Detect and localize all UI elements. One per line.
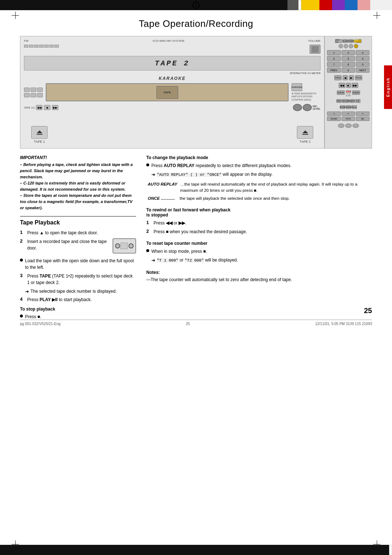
page-title: Tape Operation/Recording	[20, 18, 372, 29]
footer-left: pg 001-032/V520/21-Eng	[20, 322, 61, 326]
section-title-tape-playback: Tape Playback	[20, 219, 136, 226]
auto-replay-term: AUTO REPLAY	[148, 181, 177, 194]
once-def: ONCE ............ the tape will playback…	[148, 195, 372, 202]
reset-counter-arrow: ➜ "T 1 000" or "T2 000" will be displaye…	[151, 257, 372, 264]
reset-counter-section: To reset tape counter number When in sto…	[146, 241, 372, 264]
rewind-step-1-text: Press ◀◀ or ▶▶.	[154, 220, 372, 226]
reset-counter-text: When in stop mode, press ■.	[151, 248, 372, 255]
step-3-note-text: The selected tape deck number is display…	[30, 288, 117, 295]
step-4-num: 4	[20, 296, 25, 302]
rewind-step-1-num: 1	[146, 220, 151, 225]
reset-counter-step: When in stop mode, press ■.	[146, 248, 372, 255]
important-title: IMPORTANT!	[20, 155, 136, 160]
once-desc: the tape will playback the selected side…	[180, 195, 372, 202]
stop-playback-step: Press ■.	[20, 313, 136, 320]
reset-counter-note: "T 1 000" or "T2 000" will be displayed.	[157, 257, 238, 264]
device-brand: KARAOKE	[24, 76, 320, 81]
notes-title: Notes:	[146, 270, 372, 275]
reset-counter-title: To reset tape counter number	[146, 241, 372, 246]
important-section: IMPORTANT! – Before playing a tape, chec…	[20, 155, 136, 211]
rewind-section: To rewind or fast forward when playbacki…	[146, 207, 372, 235]
step-3-arrow-note: ➜ The selected tape deck number is displ…	[25, 288, 136, 295]
rewind-title: To rewind or fast forward when playbacki…	[146, 207, 372, 218]
step-load-tape: Load the tape with the open side down an…	[20, 258, 136, 271]
footer-right: 12/11/01, 5:05 PM 3139 115 21093	[315, 322, 372, 326]
step-1: 1 Press ▲ to open the tape deck door.	[20, 230, 136, 236]
remote-control: VCD 1/2 SLIDE TUNER TAPE 1/2 1 2 3 4 5	[324, 36, 372, 148]
step-2-text: Insert a recorded tape and close the tap…	[27, 239, 107, 251]
auto-replay-step: Press AUTO REPLAY repeatedly to select t…	[146, 162, 372, 169]
auto-replay-note: "AUTO REPLAY" ( ) or "ONCE" will appear …	[157, 171, 273, 178]
important-text: – Before playing a tape, check and tight…	[20, 162, 136, 211]
step-1-text: Press ▲ to open the tape deck door.	[27, 230, 136, 236]
load-tape-text: Load the tape with the open side down an…	[25, 258, 136, 271]
arrow-sym-2: ➜	[151, 171, 155, 178]
important-line-3: – Store the tapes at room temperature an…	[20, 193, 132, 210]
device-top-labels: FW VCD MINI HiFi SYSTEM VOLUME	[24, 39, 320, 42]
eject-button-1[interactable]	[31, 126, 48, 139]
step-1-num: 1	[20, 230, 25, 235]
important-line-2: – C-120 tape is extremely thin and is ea…	[20, 181, 126, 191]
arrow-symbol: ➜	[25, 288, 29, 295]
device-image: FW VCD MINI HiFi SYSTEM VOLUME	[20, 36, 372, 149]
auto-replay-arrow: ➜ "AUTO REPLAY" ( ) or "ONCE" will appea…	[151, 171, 372, 178]
step-3-text: Press TAPE (TAPE 1•2) repeatedly to sele…	[27, 273, 136, 286]
section-divider	[20, 216, 136, 216]
notes-section: Notes: —The tape counter will automatica…	[146, 270, 372, 283]
stop-playback-title: To stop playback	[20, 307, 136, 312]
rewind-step-1: 1 Press ◀◀ or ▶▶.	[146, 220, 372, 226]
notes-text: —The tape counter will automatically set…	[146, 276, 372, 283]
auto-replay-def: AUTO REPLAY …the tape will rewind automa…	[148, 181, 372, 194]
stop-playback-text: Press ■.	[25, 313, 136, 320]
footer-center: 25	[186, 322, 190, 326]
tape-cassette-image	[113, 238, 136, 254]
stop-bullet-dot	[20, 315, 23, 317]
device-display: TAPE 2	[24, 56, 320, 70]
auto-replay-text: Press AUTO REPLAY repeatedly to select t…	[151, 162, 372, 169]
rewind-step-2-text: Press ■ when you reached the desired pas…	[154, 228, 372, 235]
step-3-num: 3	[20, 273, 25, 278]
auto-replay-desc: …the tape will rewind automatically at t…	[180, 181, 372, 194]
once-term: ONCE ............	[148, 195, 177, 202]
reset-bullet-dot	[146, 249, 149, 252]
rewind-step-2-num: 2	[146, 228, 151, 234]
page-number: 25	[364, 307, 372, 315]
auto-replay-bullet	[146, 163, 149, 166]
change-playback-section: To change the playback mode Press AUTO R…	[146, 155, 372, 202]
rewind-step-2: 2 Press ■ when you reached the desired p…	[146, 228, 372, 235]
step-2-num: 2	[20, 238, 25, 244]
main-unit: FW VCD MINI HiFi SYSTEM VOLUME	[20, 36, 324, 148]
step-3: 3 Press TAPE (TAPE 1•2) repeatedly to se…	[20, 273, 136, 286]
important-line-1: – Before playing a tape, check and tight…	[20, 162, 133, 179]
step-4: 4 Press PLAY ▶II to start playback.	[20, 296, 136, 303]
step-4-text: Press PLAY ▶II to start playback.	[27, 296, 136, 303]
bullet-dot	[20, 259, 23, 262]
arrow-sym-3: ➜	[151, 257, 155, 264]
device-eject-area: TAPE 1 TAPE 2	[24, 124, 320, 145]
change-playback-title: To change the playback mode	[146, 155, 372, 160]
step-2: 2 Insert a recorded tape and close the t…	[20, 238, 136, 255]
eject-button-2[interactable]	[297, 126, 313, 139]
color-bar-bottom	[0, 545, 392, 555]
page-footer: pg 001-032/V520/21-Eng 25 12/11/01, 5:05…	[20, 320, 372, 326]
